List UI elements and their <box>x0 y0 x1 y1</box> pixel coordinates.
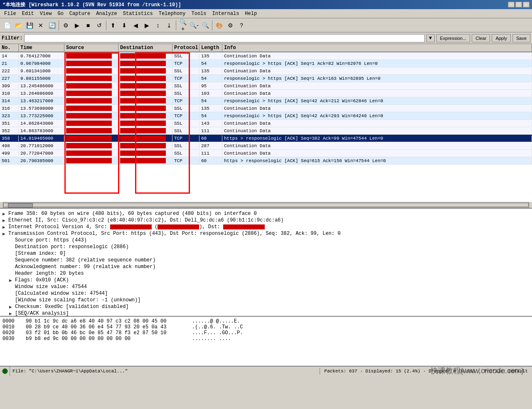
cell-dst <box>118 68 172 74</box>
toolbar-start[interactable]: ▶ <box>71 20 82 31</box>
cell-no: 323 <box>0 113 19 119</box>
hex-ascii: ........ .... <box>192 336 231 342</box>
toolbar-stop[interactable]: ■ <box>83 20 94 31</box>
hex-bytes: 90 b1 1c 9c dc a6 e8 40 40 97 c3 c2 08 0… <box>26 318 184 324</box>
menu-analyze[interactable]: Analyze <box>94 10 119 17</box>
table-row[interactable]: 499 20.772047000 SSL 111 Continuation Da… <box>0 150 532 157</box>
table-row[interactable]: 14 0.764127000 SSL 135 Continuation Data <box>0 52 532 60</box>
toolbar-go-back[interactable]: ◀ <box>130 20 141 31</box>
table-row[interactable]: 21 0.967984000 TCP 54 responselogic > ht… <box>0 60 532 67</box>
tcp-stream-text: [Stream index: 0] <box>15 251 66 256</box>
minimize-button[interactable]: ─ <box>508 2 515 7</box>
cell-info: responselogic > https [ACK] Seq=1 Ack=16… <box>222 76 532 81</box>
toolbar-help2[interactable]: ? <box>236 20 247 31</box>
cell-info: https > responselogic [ACK] Seq=382 Ack=… <box>222 136 532 141</box>
menu-go[interactable]: Go <box>55 10 66 17</box>
toolbar-jump2[interactable]: ⤓ <box>164 20 175 31</box>
menu-tools[interactable]: Tools <box>189 10 209 17</box>
toolbar-restart[interactable]: ↺ <box>94 20 105 31</box>
toolbar-close[interactable]: ✕ <box>35 20 46 31</box>
tcp-checksum-expand[interactable]: ▶ <box>9 304 15 310</box>
tcp-hdrlen-text: Header length: 20 bytes <box>15 271 84 276</box>
table-row[interactable]: 498 20.771012000 SSL 287 Continuation Da… <box>0 142 532 150</box>
toolbar-zoom-in[interactable]: 🔍+ <box>177 20 188 31</box>
table-row[interactable]: 309 13.245486000 SSL 95 Continuation Dat… <box>0 82 532 90</box>
cell-proto: SSL <box>172 121 200 126</box>
save-button[interactable]: Save <box>512 34 530 42</box>
tcp-checksum-row[interactable]: ▶ Checksum: 0xed9c [validation disabled] <box>9 303 530 310</box>
cell-time: 13.573698000 <box>19 106 64 111</box>
tcp-seqack-expand[interactable]: ▶ <box>9 311 15 316</box>
menu-statistics[interactable]: Statistics <box>121 10 155 17</box>
scroll-track[interactable] <box>3 203 529 207</box>
toolbar-go-fwd[interactable]: ▶ <box>141 20 152 31</box>
ethernet-expand[interactable]: ▶ <box>2 218 8 223</box>
cell-no: 498 <box>0 143 19 149</box>
toolbar-scroll-up[interactable]: ⬆ <box>108 20 118 31</box>
tcp-stream-row: ▶ [Stream index: 0] <box>9 250 530 257</box>
clear-button[interactable]: Clear <box>472 34 490 42</box>
menu-internals[interactable]: Internals <box>210 10 242 17</box>
detail-tcp-row[interactable]: ▶ Transmission Control Protocol, Src Por… <box>2 230 530 237</box>
toolbar-prefs[interactable]: ⚙ <box>225 20 236 31</box>
menu-edit[interactable]: Edit <box>20 10 37 17</box>
tcp-detail-indent: ▶ Source port: https (443) ▶ Destination… <box>9 237 530 316</box>
menu-telephony[interactable]: Telephony <box>156 10 188 17</box>
menu-help[interactable]: Help <box>242 10 259 17</box>
status-file: File: "C:\Users\ZHANGR~1\AppData\Local..… <box>10 368 320 375</box>
tcp-flags-expand[interactable]: ▶ <box>9 278 15 283</box>
table-row[interactable]: 314 13.463217000 TCP 54 responselogic > … <box>0 97 532 105</box>
detail-ip-row[interactable]: ▶ Internet Protocol Version 4, Src: (), … <box>2 224 530 230</box>
cell-no: 314 <box>0 98 19 104</box>
frame-expand[interactable]: ▶ <box>2 211 8 217</box>
tcp-flags-row[interactable]: ▶ Flags: 0x010 (ACK) <box>9 277 530 283</box>
table-row[interactable]: 316 13.573698000 SSL 135 Continuation Da… <box>0 105 532 112</box>
filter-input[interactable] <box>24 34 424 42</box>
cell-len: 95 <box>200 83 222 89</box>
table-row[interactable]: 310 13.264086000 SSL 103 Continuation Da… <box>0 90 532 97</box>
tcp-seq-text: Sequence number: 382 (relative sequence … <box>15 257 155 263</box>
maximize-button[interactable]: □ <box>515 2 522 7</box>
table-row[interactable]: 323 13.773225000 TCP 54 responselogic > … <box>0 112 532 120</box>
table-row[interactable]: 358 14.919465000 TCP 60 https > response… <box>0 135 532 142</box>
table-row[interactable]: 227 9.891155000 TCP 54 responselogic > h… <box>0 75 532 82</box>
table-row[interactable]: 222 9.691341000 SSL 135 Continuation Dat… <box>0 67 532 75</box>
hex-pane: 0000 90 b1 1c 9c dc a6 e8 40 40 97 c3 c2… <box>0 316 532 366</box>
toolbar-zoom-normal[interactable]: 🔍 <box>200 20 211 31</box>
menu-bar: File Edit View Go Capture Analyze Statis… <box>0 9 532 18</box>
hex-offset: 0010 <box>2 324 17 330</box>
cell-proto: SSL <box>172 68 200 74</box>
cell-time: 9.891155000 <box>19 76 64 81</box>
toolbar-open[interactable]: 📂 <box>13 20 24 31</box>
menu-capture[interactable]: Capture <box>67 10 93 17</box>
detail-frame-row[interactable]: ▶ Frame 358: 60 bytes on wire (480 bits)… <box>2 210 530 217</box>
apply-button[interactable]: Apply <box>492 34 511 42</box>
table-row[interactable]: 352 14.863783000 SSL 111 Continuation Da… <box>0 127 532 135</box>
tcp-seqack-row[interactable]: ▶ [SEQ/ACK analysis] <box>9 310 530 316</box>
packet-area-wrapper: No. Time Source Destination Protocol Len… <box>0 44 532 202</box>
menu-view[interactable]: View <box>37 10 54 17</box>
filter-dropdown[interactable]: ▼ <box>426 34 435 42</box>
watermark: 快课教程(www.cricode.com) <box>431 366 524 376</box>
toolbar-colorize[interactable]: 🎨 <box>214 20 224 31</box>
table-row[interactable]: 501 20.790385000 TCP 60 https > response… <box>0 157 532 165</box>
toolbar-new[interactable]: 📄 <box>2 20 12 31</box>
tcp-expand[interactable]: ▶ <box>2 231 8 237</box>
detail-ethernet-row[interactable]: ▶ Ethernet II, Src: Cisco_97:c3:c2 (e8:4… <box>2 217 530 224</box>
separator-3 <box>176 20 176 30</box>
horizontal-scrollbar[interactable] <box>0 202 532 208</box>
detail-tcp-text: Transmission Control Protocol, Src Port:… <box>8 231 340 237</box>
close-button[interactable]: ✕ <box>523 2 530 7</box>
ip-expand[interactable]: ▶ <box>2 224 8 230</box>
tcp-winsf-text: [Window size scaling factor: -1 (unknown… <box>15 297 140 303</box>
toolbar-scroll-dn[interactable]: ⬇ <box>119 20 130 31</box>
toolbar-reload[interactable]: 🔄 <box>47 20 57 31</box>
table-row[interactable]: 351 14.862843000 SSL 143 Continuation Da… <box>0 120 532 127</box>
packet-rows: 14 0.764127000 SSL 135 Continuation Data… <box>0 52 532 202</box>
expression-button[interactable]: Expression... <box>436 34 470 42</box>
toolbar-zoom-out[interactable]: 🔍- <box>189 20 200 31</box>
toolbar-capture-options[interactable]: ⚙ <box>60 20 71 31</box>
toolbar-jump[interactable]: ↕ <box>153 20 163 31</box>
menu-file[interactable]: File <box>2 10 19 17</box>
toolbar-save[interactable]: 💾 <box>24 20 35 31</box>
